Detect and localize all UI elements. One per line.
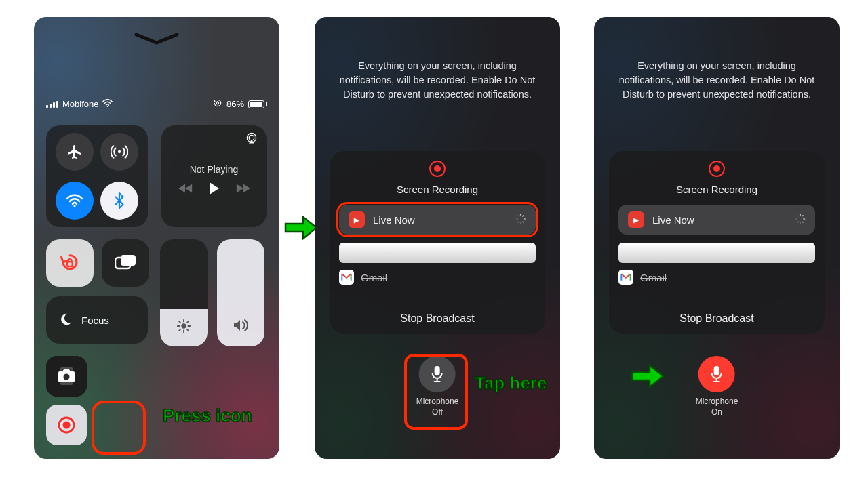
app-row-gmail[interactable]: Gmail bbox=[618, 270, 815, 285]
svg-point-2 bbox=[118, 150, 121, 153]
sheet-title: Screen Recording bbox=[676, 184, 757, 195]
live-now-app-icon: ▶ bbox=[628, 211, 644, 228]
battery-icon bbox=[248, 100, 267, 108]
connectivity-cluster bbox=[46, 125, 148, 227]
now-playing-label: Not Playing bbox=[190, 164, 239, 175]
microphone-toggle[interactable] bbox=[698, 356, 735, 392]
camera-button[interactable] bbox=[46, 356, 87, 396]
volume-slider[interactable] bbox=[217, 239, 264, 346]
rewind-icon[interactable] bbox=[178, 183, 193, 197]
wifi-toggle[interactable] bbox=[56, 182, 94, 220]
airplay-icon[interactable] bbox=[245, 132, 258, 147]
sheet-title: Screen Recording bbox=[397, 184, 478, 195]
bluetooth-toggle[interactable] bbox=[100, 182, 138, 220]
app-label: Live Now bbox=[373, 214, 415, 226]
orientation-lock-status-icon bbox=[213, 98, 222, 110]
recording-message: Everything on your screen, including not… bbox=[335, 59, 540, 102]
focus-label: Focus bbox=[81, 314, 109, 326]
app-row-gmail[interactable]: Gmail bbox=[339, 270, 536, 285]
live-now-app-icon: ▶ bbox=[349, 211, 365, 228]
loading-spinner-icon bbox=[795, 214, 806, 226]
svg-rect-6 bbox=[67, 262, 73, 266]
cellular-data-toggle[interactable] bbox=[100, 133, 138, 171]
app-row-blank[interactable] bbox=[618, 243, 815, 263]
brightness-icon bbox=[176, 319, 191, 337]
broadcast-sheet: Screen Recording ▶ Live Now Gmail Stop B… bbox=[330, 151, 545, 334]
now-playing-tile[interactable]: Not Playing bbox=[161, 125, 267, 227]
svg-point-9 bbox=[181, 323, 186, 328]
svg-rect-8 bbox=[121, 255, 136, 266]
screen-recording-button[interactable] bbox=[46, 405, 87, 445]
loading-spinner-icon bbox=[515, 214, 526, 226]
moon-icon bbox=[58, 312, 73, 329]
arrow-to-phone2 bbox=[284, 214, 318, 241]
mic-state: Off bbox=[416, 407, 459, 418]
carrier-label: Mobifone bbox=[62, 99, 98, 109]
broadcast-sheet: Screen Recording ▶ Live Now Gmail Stop B… bbox=[609, 151, 825, 334]
brightness-slider[interactable] bbox=[160, 239, 208, 346]
wifi-icon bbox=[102, 99, 113, 109]
record-icon bbox=[709, 161, 725, 177]
annotation-press-icon: Press icon bbox=[163, 405, 252, 426]
app-row-live-now[interactable]: ▶ Live Now bbox=[618, 205, 815, 235]
recording-message: Everything on your screen, including not… bbox=[614, 59, 819, 102]
arrow-to-mic-on bbox=[627, 363, 668, 390]
svg-point-3 bbox=[73, 205, 75, 207]
app-row-blank[interactable] bbox=[339, 243, 536, 263]
status-bar: Mobifone 86% bbox=[46, 98, 267, 110]
cellular-signal-icon bbox=[46, 101, 58, 108]
phone-control-center: Mobifone 86% bbox=[34, 17, 279, 459]
record-icon bbox=[429, 161, 446, 177]
mic-label: Microphone bbox=[696, 396, 738, 407]
svg-point-26 bbox=[63, 422, 71, 429]
app-row-live-now[interactable]: ▶ Live Now bbox=[339, 205, 536, 235]
mic-state: On bbox=[696, 407, 738, 418]
annotation-tap-here: Tap here bbox=[475, 373, 547, 394]
mic-label: Microphone bbox=[416, 396, 459, 407]
play-icon[interactable] bbox=[208, 182, 220, 199]
fast-forward-icon[interactable] bbox=[235, 183, 250, 197]
svg-rect-27 bbox=[435, 366, 440, 375]
orientation-lock-toggle[interactable] bbox=[46, 239, 94, 287]
svg-point-0 bbox=[107, 106, 108, 107]
stop-broadcast-button[interactable]: Stop Broadcast bbox=[330, 302, 545, 334]
volume-icon bbox=[233, 318, 249, 337]
microphone-toggle[interactable] bbox=[419, 356, 456, 392]
svg-rect-1 bbox=[217, 102, 219, 104]
focus-button[interactable]: Focus bbox=[46, 296, 148, 344]
battery-pct-label: 86% bbox=[226, 99, 244, 109]
app-label: Gmail bbox=[640, 272, 667, 283]
svg-rect-28 bbox=[714, 366, 719, 375]
grabber-chevron[interactable] bbox=[116, 25, 197, 106]
app-label: Gmail bbox=[361, 272, 387, 283]
stop-broadcast-button[interactable]: Stop Broadcast bbox=[609, 302, 825, 334]
gmail-app-icon bbox=[339, 270, 354, 285]
gmail-app-icon bbox=[618, 270, 633, 285]
airplane-mode-toggle[interactable] bbox=[56, 133, 94, 171]
svg-point-5 bbox=[249, 135, 254, 140]
svg-point-23 bbox=[64, 374, 70, 380]
screen-mirroring-button[interactable] bbox=[102, 239, 149, 287]
phone-broadcast-mic-on: Everything on your screen, including not… bbox=[594, 17, 840, 459]
app-label: Live Now bbox=[652, 214, 694, 226]
